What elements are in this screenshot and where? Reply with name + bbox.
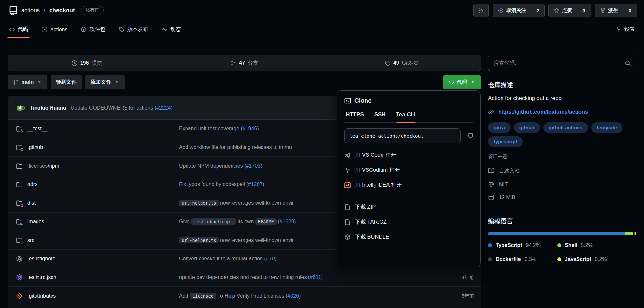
repo-owner-link[interactable]: actions — [21, 7, 40, 14]
commits-stat[interactable]: 196 提交 — [8, 55, 166, 71]
file-name-link[interactable]: images — [27, 219, 44, 225]
menu-item[interactable]: 用 VSCodium 打开 — [344, 163, 473, 178]
book-icon — [488, 168, 494, 174]
lang-color-dot — [488, 243, 492, 247]
meta-item[interactable]: MIT — [488, 181, 636, 187]
topic-github[interactable]: github — [514, 122, 540, 133]
meta-label: 12 MiB — [499, 195, 515, 200]
lang-percent: 94.2% — [526, 242, 541, 248]
file-name-link[interactable]: .licenses/npm — [27, 163, 59, 169]
file-name-link[interactable]: .github — [27, 144, 43, 150]
issue-link[interactable]: #1703 — [246, 163, 261, 169]
website-link[interactable]: https://github.com/features/actions — [498, 109, 588, 115]
visibility-badge: 私有库 — [81, 6, 104, 15]
file-row[interactable]: .eslintrc.jsonupdate dev dependencies an… — [8, 268, 481, 287]
meta-label: 自述文档 — [499, 168, 520, 174]
clone-command-input[interactable] — [344, 128, 461, 143]
fork-button[interactable]: 派生 — [595, 4, 623, 17]
issue-link[interactable]: #70 — [266, 256, 275, 261]
file-name-link[interactable]: src — [27, 237, 34, 243]
tab-label: 动态 — [170, 26, 181, 33]
topic-typescript[interactable]: typescript — [488, 136, 523, 147]
tab-releases[interactable]: 版本发布 — [119, 21, 148, 38]
lang-legend-item[interactable]: Dockerfile0.3% — [488, 257, 557, 262]
issue-link[interactable]: #1946 — [243, 126, 257, 131]
forks-count[interactable]: 0 — [623, 4, 637, 17]
menu-item[interactable]: 下载 TAR.GZ — [344, 214, 473, 229]
folder-lock-icon — [16, 200, 22, 206]
tab-activity[interactable]: 动态 — [162, 21, 181, 38]
file-name-link[interactable]: .eslintignore — [27, 256, 55, 262]
zip-icon — [344, 204, 351, 210]
tab-actions[interactable]: Actions — [42, 21, 67, 38]
clone-tab-ssh[interactable]: SSH — [374, 111, 386, 122]
unwatch-button[interactable]: 取消关注 — [493, 4, 531, 17]
branches-count: 47 — [239, 60, 245, 66]
git-orange-icon — [16, 293, 22, 299]
copy-button[interactable] — [466, 133, 473, 139]
meta-item[interactable]: 12 MiB — [488, 194, 636, 200]
copy-icon — [466, 133, 473, 139]
topic-template[interactable]: template — [591, 122, 622, 133]
repo-header: actions / checkout 私有库 取消关注 2 点赞 0 派生 — [0, 0, 644, 21]
file-name-link[interactable]: .gitattributes — [27, 293, 56, 299]
topic-github-actions[interactable]: github-actions — [543, 122, 588, 133]
issue-link[interactable]: #611 — [310, 274, 321, 280]
issue-link[interactable]: #326 — [287, 293, 299, 299]
search-code-input[interactable] — [488, 55, 620, 71]
commit-author-link[interactable]: Tingluo Huang — [30, 105, 66, 111]
lang-percent: 0.2% — [595, 257, 607, 262]
search-button[interactable] — [620, 55, 636, 71]
vscode-icon — [344, 152, 351, 158]
tab-label: 版本发布 — [127, 26, 148, 33]
lang-color-dot — [557, 257, 561, 261]
code-download-button[interactable]: 代码 — [443, 75, 481, 89]
clone-tab-tea-cli[interactable]: Tea CLI — [396, 111, 416, 122]
go-to-file-button[interactable]: 转到文件 — [51, 75, 82, 89]
unwatch-label: 取消关注 — [506, 7, 526, 14]
tag-icon — [119, 27, 124, 32]
repo-name-link[interactable]: checkout — [49, 7, 75, 14]
fork-icon — [600, 8, 606, 13]
topic-gitea[interactable]: gitea — [488, 122, 511, 133]
add-file-button[interactable]: 添加文件 — [85, 75, 125, 89]
issue-link[interactable]: #1620 — [280, 219, 294, 224]
menu-item-label: 下载 TAR.GZ — [355, 218, 387, 226]
languages-title: 编程语言 — [488, 217, 636, 226]
tab-packages[interactable]: 软件包 — [81, 21, 105, 38]
author-avatar[interactable] — [16, 103, 25, 112]
menu-item[interactable]: 下载 ZIP — [344, 199, 473, 214]
tab-code[interactable]: 代码 — [9, 21, 28, 38]
eye-icon — [498, 8, 503, 13]
repo-description: Action for checking out a repo — [488, 95, 636, 102]
branch-selector[interactable]: main — [8, 75, 47, 89]
meta-item[interactable]: 自述文档 — [488, 168, 636, 174]
menu-item[interactable]: 用 VS Code 打开 — [344, 148, 473, 163]
menu-item-label: 下载 ZIP — [355, 203, 376, 211]
menu-item[interactable]: 下载 BUNDLE — [344, 229, 473, 244]
file-row[interactable]: .gitattributesAdd Licensed To Help Verif… — [8, 287, 481, 305]
tab-settings[interactable]: 设置 — [616, 21, 635, 38]
repo-action-buttons: 取消关注 2 点赞 0 派生 0 — [473, 4, 637, 17]
watchers-count[interactable]: 2 — [531, 4, 545, 17]
lang-legend-item[interactable]: JavaScript0.2% — [557, 257, 636, 262]
issue-link[interactable]: #1287 — [248, 182, 263, 187]
issue-link[interactable]: #2224 — [156, 105, 171, 110]
branches-stat[interactable]: 47 分支 — [166, 55, 323, 71]
rss-button[interactable] — [473, 4, 489, 17]
file-name-link[interactable]: __test__ — [27, 126, 47, 132]
clone-tab-https[interactable]: HTTPS — [346, 111, 364, 122]
law-icon — [488, 181, 494, 187]
file-name-link[interactable]: adrs — [27, 182, 37, 187]
file-name-link[interactable]: .eslintrc.json — [27, 274, 56, 280]
lang-legend-item[interactable]: Shell5.2% — [557, 242, 636, 248]
file-name-link[interactable]: dist — [27, 200, 36, 206]
menu-item[interactable]: IJ用 Intellij IDEA 打开 — [344, 178, 473, 193]
lang-legend-item[interactable]: TypeScript94.2% — [488, 242, 557, 248]
star-button[interactable]: 点赞 — [548, 4, 577, 17]
stars-count[interactable]: 0 — [577, 4, 591, 17]
play-icon — [42, 27, 47, 32]
manage-topics-link[interactable]: 管理主题 — [488, 154, 636, 160]
tags-stat[interactable]: 49 Git标签 — [323, 55, 481, 71]
zip-icon — [344, 219, 351, 225]
